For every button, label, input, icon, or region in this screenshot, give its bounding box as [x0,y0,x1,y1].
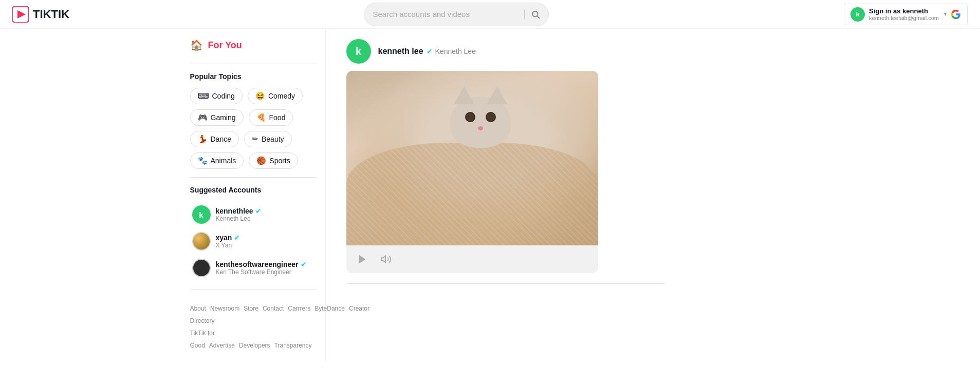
divider-1 [190,64,317,64]
topic-icon-beauty: ✏ [252,134,258,144]
cat-nose [478,126,483,130]
topic-chip-sports[interactable]: 🏀Sports [249,152,298,169]
footer-link2-developers[interactable]: Developers [239,342,270,349]
home-icon: 🏠 [190,39,203,51]
account-item-kennethlee[interactable]: k kennethlee✔ Kenneth Lee [190,201,317,228]
topic-label-animals: Animals [211,157,236,165]
topic-chip-gaming[interactable]: 🎮Gaming [190,109,244,126]
signin-label: Sign in as kenneth [869,7,939,15]
footer-link-newsroom[interactable]: Newsroom [210,305,239,312]
svg-marker-5 [381,256,385,263]
video-controls [346,245,598,273]
chevron-down-icon: ▾ [944,11,947,17]
topic-icon-animals: 🐾 [198,156,208,165]
content-area: k kenneth lee ✔ Kenneth Lee [326,29,686,362]
account-display-kennethlee: Kenneth Lee [216,215,261,222]
account-info-kenthesoftwareengineer: kenthesoftwareengineer✔ Ken The Software… [216,260,306,276]
volume-button[interactable] [378,252,394,267]
account-item-kenthesoftwareengineer[interactable]: kenthesoftwareengineer✔ Ken The Software… [190,255,317,281]
logo-text: TIKTIK [33,8,69,21]
play-button[interactable] [355,252,370,267]
topic-label-sports: Sports [269,157,290,165]
play-icon [357,254,368,265]
topic-icon-gaming: 🎮 [198,113,208,122]
account-username-kenthesoftwareengineer: kenthesoftwareengineer✔ [216,260,306,268]
search-bar [364,3,549,26]
topic-label-coding: Coding [212,92,235,100]
footer-link-store[interactable]: Store [244,305,258,312]
bottom-divider [346,283,665,284]
topic-label-gaming: Gaming [211,113,236,122]
topic-chip-food[interactable]: 🍕Food [249,109,293,126]
divider-3 [190,290,317,290]
video-user-info: kenneth lee ✔ Kenneth Lee [378,47,476,56]
cat-eye-right [486,112,496,122]
topic-icon-comedy: 😆 [255,91,265,101]
footer-link2-advertise[interactable]: Advertise [209,342,235,349]
account-avatar-xyan [192,232,211,251]
header: TIKTIK k Sign in as kenneth kenneth.leef… [0,0,980,29]
verified-icon-xyan: ✔ [234,234,239,242]
svg-line-3 [538,16,540,18]
for-you-label: For You [208,40,242,51]
footer-link2-transparency[interactable]: Transparency [274,342,312,349]
user-email: kenneth.leefaib@gmail.com [869,15,939,21]
topic-chip-dance[interactable]: 💃Dance [190,131,239,147]
account-item-xyan[interactable]: xyan✔ X Yan [190,228,317,255]
search-divider [524,9,525,20]
verified-icon-kennethlee: ✔ [255,207,261,215]
cat-image [346,71,598,245]
logo-icon [12,6,29,23]
footer-links: AboutNewsroomStoreContactCarrrersByteDan… [190,302,317,352]
cat-ear-left [454,86,474,104]
footer-link-carrrers[interactable]: Carrrers [288,305,310,312]
search-button[interactable] [531,10,540,19]
video-poster-avatar[interactable]: k [346,39,371,64]
volume-icon [380,254,392,265]
suggested-accounts-list: k kennethlee✔ Kenneth Lee xyan✔ X Yan ke… [190,201,317,281]
suggested-accounts-title: Suggested Accounts [190,186,317,194]
video-header: k kenneth lee ✔ Kenneth Lee [346,39,665,64]
main-layout: 🏠 For You Popular Topics ⌨Coding😆Comedy🎮… [182,29,799,362]
blanket-texture [346,143,598,245]
cat-eye-left [465,112,475,122]
topic-chip-comedy[interactable]: 😆Comedy [248,88,303,104]
divider-2 [190,177,317,178]
video-player[interactable] [346,71,598,273]
logo-area[interactable]: TIKTIK [12,6,69,23]
footer-link-about[interactable]: About [190,305,206,312]
cat-face [439,86,522,158]
video-thumbnail [346,71,598,245]
topic-label-beauty: Beauty [262,135,284,143]
search-input[interactable] [373,10,518,18]
topic-chip-coding[interactable]: ⌨Coding [190,88,243,104]
account-username-xyan: xyan✔ [216,234,240,242]
cat-head [450,97,511,148]
account-display-kenthesoftwareengineer: Ken The Software Engineer [216,268,306,276]
topic-chip-animals[interactable]: 🐾Animals [190,152,244,169]
topic-icon-sports: 🏀 [256,156,266,165]
topic-icon-food: 🍕 [256,113,266,122]
user-signin-area[interactable]: k Sign in as kenneth kenneth.leefaib@gma… [844,4,968,25]
topics-grid: ⌨Coding😆Comedy🎮Gaming🍕Food💃Dance✏Beauty🐾… [190,88,317,169]
google-icon [951,9,961,20]
account-display-xyan: X Yan [216,242,240,249]
topic-icon-coding: ⌨ [198,91,209,101]
for-you-nav[interactable]: 🏠 For You [190,39,317,51]
cat-ear-right [487,86,507,104]
account-info-kennethlee: kennethlee✔ Kenneth Lee [216,207,261,222]
topic-chip-beauty[interactable]: ✏Beauty [244,131,292,147]
verified-icon-kenthesoftwareengineer: ✔ [301,261,306,268]
svg-marker-4 [359,255,365,264]
user-info: Sign in as kenneth kenneth.leefaib@gmail… [869,7,939,21]
video-card: k kenneth lee ✔ Kenneth Lee [346,39,665,284]
verified-icon: ✔ [427,48,432,55]
topic-label-food: Food [269,113,286,122]
topic-icon-dance: 💃 [198,134,208,144]
account-avatar-kennethlee: k [192,205,211,224]
popular-topics-title: Popular Topics [190,72,317,81]
footer-link-contact[interactable]: Contact [263,305,284,312]
account-info-xyan: xyan✔ X Yan [216,234,240,249]
topic-label-dance: Dance [211,135,231,143]
video-username[interactable]: kenneth lee ✔ Kenneth Lee [378,47,476,56]
